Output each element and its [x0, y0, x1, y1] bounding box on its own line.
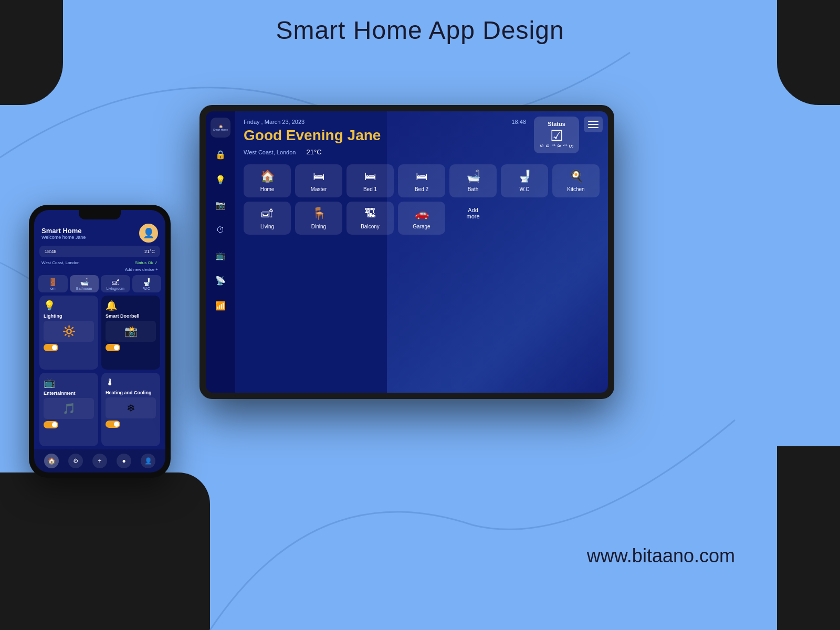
device-card-entertainment[interactable]: 📺 Entertainment 🎵 — [39, 373, 98, 447]
phone-notch — [79, 210, 121, 219]
tablet-logo[interactable]: 🏠 Smart Home — [211, 118, 230, 138]
living-room-label: Living — [260, 224, 274, 229]
room-card-bed1[interactable]: 🛏 Bed 1 — [346, 164, 394, 197]
room-label-living: Livingroom — [104, 287, 127, 290]
heating-image: ❄ — [106, 397, 156, 418]
phone-welcome: Welcome home Jane — [41, 235, 86, 240]
phone-temp: 21°C — [144, 249, 155, 254]
tablet-date: Friday , March 23, 2023 — [244, 119, 304, 125]
kitchen-room-icon: 🍳 — [569, 170, 583, 183]
heating-toggle[interactable] — [106, 421, 120, 428]
phone-add-device[interactable]: Add new device + — [125, 267, 158, 272]
room-card-kitchen[interactable]: 🍳 Kitchen — [552, 164, 600, 197]
tablet-device: 🏠 Smart Home 🔒 💡 📷 ⏱ 📺 📡 📶 Status ☑ — [200, 105, 614, 399]
phone-time: 18:48 — [45, 249, 57, 254]
home-room-icon: 🏠 — [260, 170, 275, 183]
room-card-bath[interactable]: 🛁 Bath — [449, 164, 497, 197]
garage-room-label: Garage — [413, 224, 430, 229]
room-card-living[interactable]: 🛋 Living — [244, 202, 291, 235]
phone-status: Status Ok ✓ — [135, 260, 158, 265]
room-icon-living: 🛋 — [112, 278, 119, 286]
room-card-bed2[interactable]: 🛏 Bed 2 — [398, 164, 445, 197]
status-label: Status — [548, 121, 565, 127]
home-room-label: Home — [260, 186, 275, 192]
nav-profile-button[interactable]: 👤 — [141, 454, 155, 468]
status-icon: ☑ — [550, 127, 563, 144]
nav-home-button[interactable]: 🏠 — [44, 454, 59, 468]
sidebar-light-icon[interactable]: 💡 — [212, 171, 229, 188]
heating-icon: 🌡 — [106, 377, 156, 388]
entertainment-image: 🎵 — [44, 398, 94, 419]
room-tab-bathroom[interactable]: 🛁 Bathroom — [70, 275, 99, 292]
heating-label: Heating and Cooling — [106, 390, 156, 395]
doorbell-label: Smart Doorbell — [106, 313, 156, 319]
living-room-icon: 🛋 — [261, 207, 273, 220]
bed2-room-icon: 🛏 — [416, 170, 427, 183]
balcony-room-label: Balcony — [361, 224, 380, 229]
bed2-room-label: Bed 2 — [415, 186, 428, 192]
phone-screen: Smart Home Welcome home Jane 👤 18:48 21°… — [34, 210, 165, 472]
phone-device: Smart Home Welcome home Jane 👤 18:48 21°… — [29, 205, 171, 478]
sidebar-timer-icon[interactable]: ⏱ — [212, 222, 229, 238]
device-card-lighting[interactable]: 💡 Lighting 🔆 — [39, 296, 98, 370]
room-card-master[interactable]: 🛏 Master — [295, 164, 342, 197]
room-card-balcony[interactable]: 🏗 Balcony — [346, 202, 394, 235]
tablet-screen: 🏠 Smart Home 🔒 💡 📷 ⏱ 📺 📡 📶 Status ☑ — [206, 111, 608, 393]
room-tab-om[interactable]: 🚪 om — [38, 275, 68, 292]
phone-location-row: West Coast, London Status Ok ✓ — [34, 260, 165, 267]
logo-icon: 🏠 — [219, 124, 223, 128]
doorbell-icon: 🔔 — [106, 300, 156, 311]
nav-alerts-button[interactable]: ● — [117, 454, 131, 468]
menu-line-1 — [588, 121, 598, 122]
bath-room-label: Bath — [468, 186, 479, 192]
nav-add-button[interactable]: + — [92, 454, 107, 468]
phone-avatar: 👤 — [139, 224, 158, 243]
page-title: Smart Home App Design — [276, 16, 564, 45]
phone-header: Smart Home Welcome home Jane 👤 — [34, 219, 165, 246]
room-card-garage[interactable]: 🚗 Garage — [398, 202, 445, 235]
device-card-doorbell[interactable]: 🔔 Smart Doorbell 📸 — [101, 296, 160, 370]
tablet-time: 18:48 — [511, 119, 526, 125]
doorbell-toggle[interactable] — [106, 344, 120, 351]
room-card-home[interactable]: 🏠 Home — [244, 164, 291, 197]
dining-room-label: Dining — [311, 224, 326, 229]
tablet-location: West Coast, London — [244, 149, 296, 155]
lighting-toggle[interactable] — [44, 344, 58, 351]
device-card-heating[interactable]: 🌡 Heating and Cooling ❄ — [101, 373, 160, 447]
bed1-room-label: Bed 1 — [363, 186, 377, 192]
room-card-wc[interactable]: 🚽 W.C — [501, 164, 548, 197]
sidebar-signal-icon[interactable]: 📡 — [212, 272, 229, 289]
room-card-add-more[interactable]: Addmore — [449, 202, 497, 235]
room-tab-living[interactable]: 🛋 Livingroom — [101, 275, 130, 292]
tablet-rooms-row2: 🛋 Living 🪑 Dining 🏗 Balcony 🚗 Garage Add… — [244, 202, 600, 235]
corner-decoration-tl — [0, 0, 63, 105]
entertainment-label: Entertainment — [44, 391, 94, 396]
sidebar-tv-icon[interactable]: 📺 — [212, 247, 229, 264]
tablet-rooms-row1: 🏠 Home 🛏 Master 🛏 Bed 1 🛏 Bed 2 🛁 — [244, 164, 600, 197]
room-label-om: om — [41, 287, 65, 290]
add-more-label: Addmore — [466, 207, 479, 219]
lighting-label: Lighting — [44, 313, 94, 319]
room-icon-om: 🚪 — [48, 278, 57, 286]
website-url: www.bitaano.com — [587, 545, 735, 567]
doorbell-image: 📸 — [106, 321, 156, 342]
sidebar-camera-icon[interactable]: 📷 — [212, 196, 229, 213]
wc-room-label: W.C — [520, 186, 530, 192]
entertainment-toggle[interactable] — [44, 421, 58, 428]
tablet-status-panel: Status ☑ Status — [534, 117, 579, 153]
bed1-room-icon: 🛏 — [364, 170, 376, 183]
corner-decoration-tr — [777, 0, 840, 105]
tablet-menu-button[interactable] — [584, 117, 603, 132]
master-room-icon: 🛏 — [313, 170, 324, 183]
tablet-main: Status ☑ Status Friday , March 23, 2023 … — [235, 111, 608, 393]
dining-room-icon: 🪑 — [312, 207, 326, 220]
lighting-icon: 💡 — [44, 300, 94, 311]
sidebar-wifi-icon[interactable]: 📶 — [212, 297, 229, 314]
sidebar-lock-icon[interactable]: 🔒 — [212, 146, 229, 163]
room-card-dining[interactable]: 🪑 Dining — [295, 202, 342, 235]
entertainment-icon: 📺 — [44, 377, 94, 388]
room-label-wc: W.C — [135, 287, 159, 290]
corner-decoration-br — [777, 446, 840, 630]
nav-settings-button[interactable]: ⚙ — [68, 454, 83, 468]
room-tab-wc[interactable]: 🚽 W.C — [132, 275, 162, 292]
